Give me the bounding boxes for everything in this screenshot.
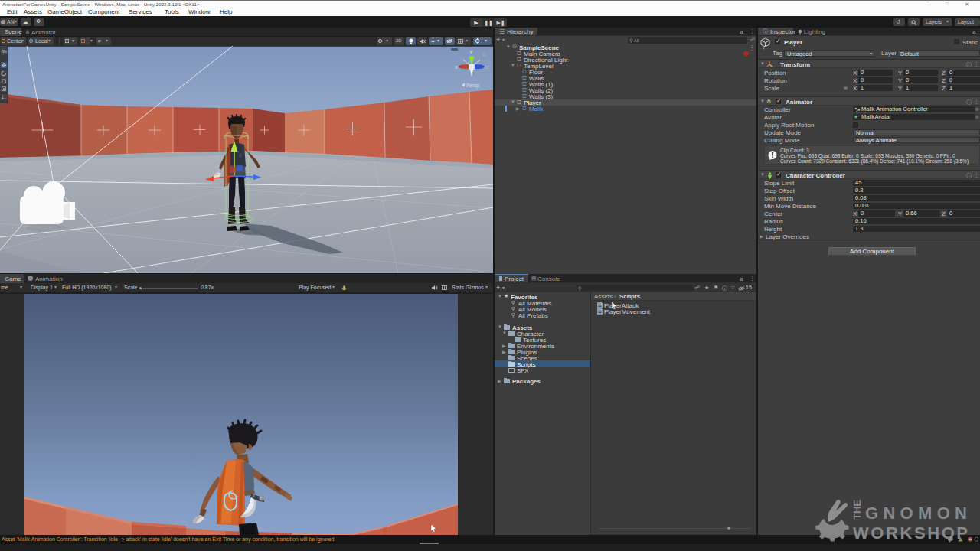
svg-text:WORKSHOP: WORKSHOP — [853, 523, 968, 543]
svg-text:GNOMON: GNOMON — [865, 504, 968, 523]
svg-text:THE: THE — [851, 500, 863, 520]
svg-text:Persp: Persp — [466, 83, 479, 89]
svg-text:X: X — [455, 65, 458, 70]
svg-text:Y: Y — [470, 50, 473, 54]
